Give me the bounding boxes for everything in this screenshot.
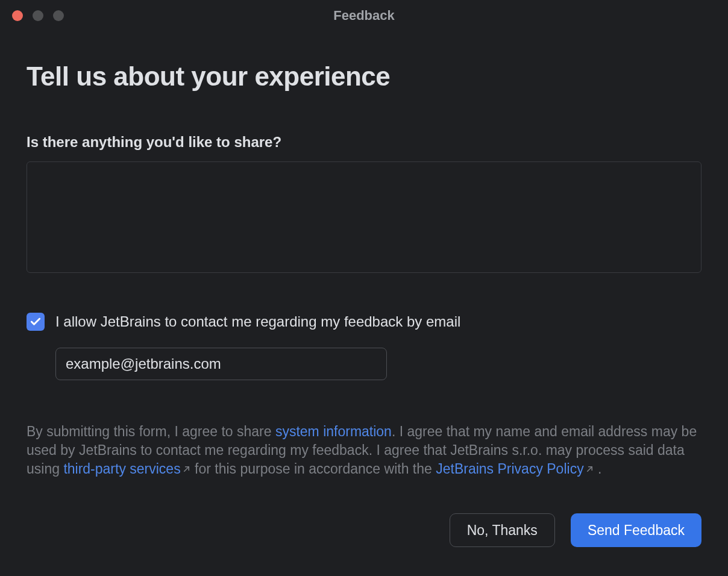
external-link-icon [182, 460, 191, 478]
button-row: No, Thanks Send Feedback [27, 513, 701, 552]
legal-text-part: By submitting this form, I agree to shar… [27, 424, 275, 439]
check-icon [30, 316, 42, 328]
minimize-window-button[interactable] [33, 10, 43, 21]
window-controls [12, 10, 64, 21]
titlebar: Feedback [0, 0, 728, 31]
svg-line-1 [587, 467, 592, 472]
feedback-label: Is there anything you'd like to share? [27, 134, 701, 151]
consent-row: I allow JetBrains to contact me regardin… [27, 313, 701, 331]
close-window-button[interactable] [12, 10, 23, 21]
no-thanks-button[interactable]: No, Thanks [450, 513, 555, 547]
system-information-link[interactable]: system information [275, 424, 392, 439]
send-feedback-button[interactable]: Send Feedback [571, 513, 701, 547]
legal-text: By submitting this form, I agree to shar… [27, 422, 701, 478]
privacy-policy-link[interactable]: JetBrains Privacy Policy [436, 461, 583, 477]
maximize-window-button[interactable] [53, 10, 64, 21]
legal-text-part: for this purpose in accordance with the [191, 461, 436, 477]
window-title: Feedback [333, 8, 395, 23]
feedback-textarea[interactable] [27, 161, 701, 273]
svg-line-0 [184, 467, 189, 472]
legal-text-part: . [594, 461, 602, 477]
external-link-icon [585, 460, 594, 478]
email-row [55, 348, 701, 380]
third-party-services-link[interactable]: third-party services [63, 461, 180, 477]
email-input[interactable] [55, 348, 387, 380]
page-title: Tell us about your experience [27, 61, 701, 92]
consent-checkbox[interactable] [27, 313, 45, 331]
consent-label: I allow JetBrains to contact me regardin… [55, 313, 460, 330]
dialog-content: Tell us about your experience Is there a… [0, 31, 728, 576]
